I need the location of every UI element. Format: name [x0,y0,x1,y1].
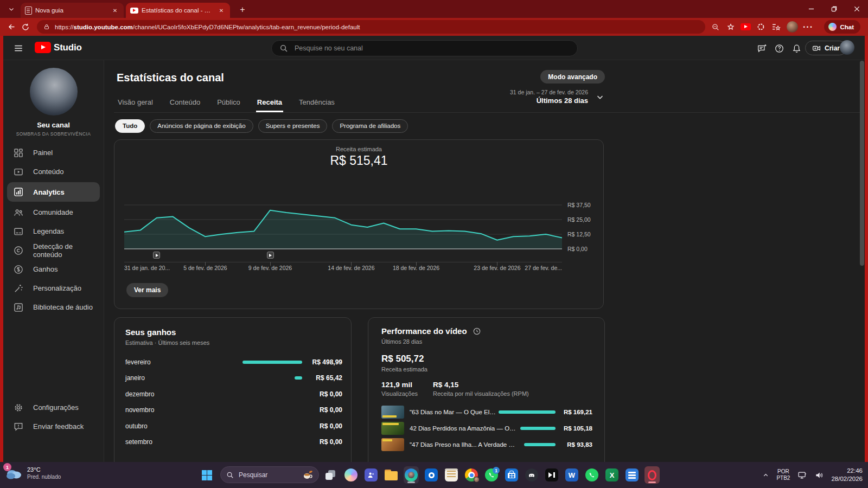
taskbar-search[interactable]: Pesquisar [220,466,319,483]
chip-anuncios[interactable]: Anúncios de página de exibição [150,119,253,133]
file-explorer-icon[interactable] [384,466,399,484]
menu-hamburger-icon[interactable] [12,42,25,55]
tab-conteudo[interactable]: Conteúdo [169,95,201,112]
tab-search-chevron-icon[interactable] [4,3,18,15]
extension-icon[interactable] [754,20,768,34]
create-camera-icon [812,44,821,53]
see-more-button[interactable]: Ver mais [126,283,168,297]
video-published-marker[interactable] [153,252,160,259]
sidebar-item-configuracoes[interactable]: Configurações [3,398,104,417]
discord-icon[interactable] [524,466,539,484]
video-revenue-bar [524,443,556,446]
sidebar-item-analytics[interactable]: Analytics [7,182,100,202]
new-tab-button[interactable]: + [237,4,248,16]
channel-avatar-small[interactable] [840,40,854,55]
sidebar-item-legendas[interactable]: Legendas [3,222,104,241]
date-range-selector[interactable]: 31 de jan. – 27 de fev. de 2026 Últimos … [510,89,605,105]
speaker-icon[interactable] [814,471,824,480]
sidebar-item-comunidade[interactable]: Comunidade [3,203,104,222]
microsoft-store-icon[interactable] [504,466,519,484]
sidebar-item-painel[interactable]: Painel [3,143,104,162]
weather-widget[interactable]: 1 23°C Pred. nublado [4,465,61,481]
tab-close-icon[interactable]: ✕ [217,6,226,15]
sidebar-item-ganhos[interactable]: Ganhos [3,260,104,279]
copilot-chat-button[interactable]: Chat [824,20,860,34]
browser-menu-icon[interactable]: ··· [801,20,815,34]
sidebar-item-enviar-feedback[interactable]: Enviar feedback [3,417,104,436]
video-published-marker[interactable] [267,252,274,259]
capcut-icon[interactable] [544,466,559,484]
advanced-mode-button[interactable]: Modo avançado [540,70,605,84]
opera-gx-icon[interactable] [644,466,660,484]
taskbar-clock[interactable]: 22:46 28/02/2026 [831,467,863,483]
tab-close-icon[interactable]: ✕ [111,6,119,15]
video-row[interactable]: "47 Dias Preso na Ilha... A Verdade Nun.… [381,436,592,453]
views-stat: 121,9 mil Visualizações [381,381,418,397]
y-axis-label: R$ 25,00 [567,216,591,223]
studio-logo[interactable]: Studio [35,42,82,53]
feedback-comment-icon[interactable] [755,42,768,55]
channel-avatar-large[interactable] [30,68,78,115]
notepad-icon[interactable] [444,466,459,484]
chip-tudo[interactable]: Tudo [115,119,145,133]
sidebar-item-conteudo[interactable]: Conteúdo [3,162,104,181]
network-monitor-icon[interactable] [797,471,807,480]
chip-afiliados[interactable]: Programa de afiliados [332,119,408,133]
lists-icon[interactable] [624,466,640,484]
whatsapp-badge: 1 [493,467,500,474]
tab-receita[interactable]: Receita [256,95,283,112]
browser-profile-avatar[interactable] [786,20,799,34]
sidebar-item-personalizacao[interactable]: Personalização [3,279,104,298]
edge-icon[interactable] [404,466,419,484]
x-axis-line [124,262,562,262]
sidebar-item-biblioteca[interactable]: Biblioteca de áudio [3,298,104,317]
favorites-bar-icon[interactable] [769,20,783,34]
whatsapp-icon[interactable]: 1 [484,466,499,484]
whatsapp-icon-2[interactable] [584,466,599,484]
video-row[interactable]: "63 Dias no Mar — O Que Ela Fez Para ...… [381,404,592,420]
dashboard-icon [13,147,24,158]
tab-publico[interactable]: Público [216,95,241,112]
page-scrollbar-thumb[interactable] [860,61,864,266]
earnings-row: fevereiro R$ 498,99 [125,354,342,370]
zoom-icon[interactable] [709,20,722,34]
outlook-icon[interactable] [424,466,439,484]
earnings-row: outubro R$ 0,00 [125,418,342,434]
search-icon [226,471,234,479]
browser-window: Nova guia ✕ Estatísticas do canal - YouT… [0,0,868,464]
copilot-icon[interactable] [343,466,359,484]
chrome-icon[interactable] [464,466,479,484]
sidebar-item-deteccao[interactable]: Detecção de conteúdo [3,241,104,260]
tab-tendencias[interactable]: Tendências [298,95,336,112]
window-restore-button[interactable] [822,0,845,18]
word-icon[interactable]: W [564,466,579,484]
youtube-favicon [130,8,138,14]
browser-tab-active[interactable]: Estatísticas do canal - YouTube Stu ✕ [126,3,230,18]
tray-chevron-up-icon[interactable] [762,472,769,479]
start-button[interactable] [202,470,212,480]
url-bar[interactable]: https://studio.youtube.com/channel/UCaoI… [37,20,705,34]
metric-label: Receita estimada [114,146,603,152]
refresh-button[interactable] [18,20,33,34]
back-button[interactable] [4,20,18,34]
windows-taskbar: 1 23°C Pred. nublado Pesquisar [0,462,868,488]
favorite-star-icon[interactable] [724,20,737,34]
video-revenue-bar [520,427,556,430]
window-close-button[interactable] [845,0,868,18]
studio-search-input[interactable]: Pesquise no seu canal [271,40,578,56]
browser-tab-strip: Nova guia ✕ Estatísticas do canal - YouT… [0,0,868,18]
chip-supers[interactable]: Supers e presentes [258,119,328,133]
performance-title: Performance do vídeo [381,326,467,336]
tab-visao-geral[interactable]: Visão geral [117,95,154,112]
window-minimize-button[interactable] [800,0,822,18]
help-icon[interactable] [773,42,786,55]
browser-tab-inactive[interactable]: Nova guia ✕ [21,3,124,18]
notifications-bell-icon[interactable] [790,42,803,55]
revenue-line-chart[interactable] [124,201,562,251]
excel-icon[interactable]: X [604,466,620,484]
teams-icon[interactable] [363,466,379,484]
video-row[interactable]: 42 Dias Perdidos na Amazônia — O Qu... R… [381,420,592,436]
youtube-extension-icon[interactable] [739,20,752,34]
task-view-icon[interactable] [323,466,339,484]
language-indicator[interactable]: POR PTB2 [776,468,790,481]
